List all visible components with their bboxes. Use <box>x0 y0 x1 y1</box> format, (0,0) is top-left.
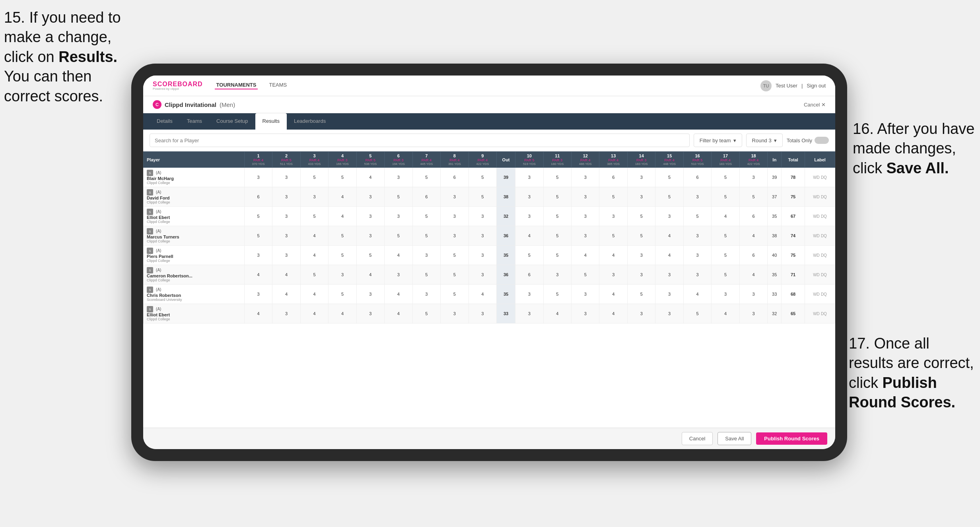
score-h2[interactable]: 3 <box>272 168 300 187</box>
score-h4[interactable]: 4 <box>329 207 356 226</box>
score-h2[interactable]: 3 <box>272 207 300 226</box>
score-h8[interactable]: 5 <box>441 265 469 285</box>
score-h12[interactable]: 3 <box>572 207 599 226</box>
score-h15[interactable]: 3 <box>655 304 683 324</box>
score-h17[interactable]: 5 <box>712 265 739 285</box>
score-h5[interactable]: 3 <box>356 207 384 226</box>
score-h17[interactable]: 5 <box>712 226 739 246</box>
score-h3[interactable]: 5 <box>300 207 328 226</box>
score-h16[interactable]: 3 <box>683 265 711 285</box>
score-h13[interactable]: 6 <box>599 168 627 187</box>
score-h12[interactable]: 3 <box>572 285 599 304</box>
score-h15[interactable]: 5 <box>655 187 683 207</box>
label-wd[interactable]: WD <box>813 292 820 296</box>
score-h16[interactable]: 3 <box>683 187 711 207</box>
score-h7[interactable]: 3 <box>412 246 440 265</box>
score-h1[interactable]: 5 <box>244 207 272 226</box>
score-h11[interactable]: 4 <box>543 304 571 324</box>
score-h5[interactable]: 3 <box>356 187 384 207</box>
score-h2[interactable]: 4 <box>272 285 300 304</box>
score-h1[interactable]: 4 <box>244 304 272 324</box>
tab-details[interactable]: Details <box>150 113 180 130</box>
score-h15[interactable]: 3 <box>655 207 683 226</box>
label-wd[interactable]: WD <box>813 273 820 277</box>
totals-switch[interactable] <box>815 137 829 144</box>
score-h18[interactable]: 6 <box>739 246 767 265</box>
score-h14[interactable]: 5 <box>627 207 655 226</box>
score-h8[interactable]: 3 <box>441 226 469 246</box>
score-h13[interactable]: 3 <box>599 207 627 226</box>
score-h4[interactable]: 5 <box>329 226 356 246</box>
score-h8[interactable]: 5 <box>441 285 469 304</box>
score-h18[interactable]: 3 <box>739 304 767 324</box>
score-h14[interactable]: 5 <box>627 285 655 304</box>
score-h14[interactable]: 3 <box>627 187 655 207</box>
score-h13[interactable]: 4 <box>599 246 627 265</box>
score-h18[interactable]: 6 <box>739 207 767 226</box>
score-h3[interactable]: 5 <box>300 168 328 187</box>
score-h4[interactable]: 5 <box>329 285 356 304</box>
score-h16[interactable]: 5 <box>683 207 711 226</box>
score-h3[interactable]: 3 <box>300 187 328 207</box>
nav-teams[interactable]: TEAMS <box>267 82 288 89</box>
score-h11[interactable]: 5 <box>543 226 571 246</box>
tab-course-setup[interactable]: Course Setup <box>209 113 255 130</box>
score-h9[interactable]: 5 <box>469 168 496 187</box>
score-h8[interactable]: 5 <box>441 246 469 265</box>
score-h5[interactable]: 4 <box>356 265 384 285</box>
tab-results[interactable]: Results <box>255 113 287 130</box>
score-h15[interactable]: 5 <box>655 168 683 187</box>
score-h11[interactable]: 5 <box>543 246 571 265</box>
score-h9[interactable]: 5 <box>469 187 496 207</box>
cancel-button[interactable]: Cancel ✕ <box>804 102 826 108</box>
score-h12[interactable]: 3 <box>572 187 599 207</box>
score-h1[interactable]: 6 <box>244 187 272 207</box>
score-h9[interactable]: 3 <box>469 265 496 285</box>
score-h1[interactable]: 3 <box>244 168 272 187</box>
score-h18[interactable]: 5 <box>739 187 767 207</box>
score-h5[interactable]: 4 <box>356 168 384 187</box>
score-h18[interactable]: 4 <box>739 226 767 246</box>
score-h9[interactable]: 3 <box>469 304 496 324</box>
score-h2[interactable]: 4 <box>272 265 300 285</box>
score-h6[interactable]: 5 <box>385 187 412 207</box>
score-h6[interactable]: 3 <box>385 207 412 226</box>
score-h8[interactable]: 3 <box>441 207 469 226</box>
score-h11[interactable]: 5 <box>543 285 571 304</box>
score-h3[interactable]: 5 <box>300 265 328 285</box>
score-h10[interactable]: 6 <box>515 265 543 285</box>
score-h8[interactable]: 6 <box>441 168 469 187</box>
score-h2[interactable]: 3 <box>272 304 300 324</box>
score-h12[interactable]: 3 <box>572 168 599 187</box>
score-h17[interactable]: 4 <box>712 207 739 226</box>
score-h10[interactable]: 3 <box>515 285 543 304</box>
score-h6[interactable]: 4 <box>385 285 412 304</box>
score-h12[interactable]: 5 <box>572 265 599 285</box>
label-dq[interactable]: DQ <box>821 312 827 316</box>
score-h15[interactable]: 3 <box>655 285 683 304</box>
score-h7[interactable]: 6 <box>412 187 440 207</box>
score-h3[interactable]: 4 <box>300 226 328 246</box>
score-h17[interactable]: 5 <box>712 187 739 207</box>
score-h7[interactable]: 5 <box>412 168 440 187</box>
score-h6[interactable]: 4 <box>385 246 412 265</box>
score-h13[interactable]: 3 <box>599 265 627 285</box>
score-h16[interactable]: 5 <box>683 304 711 324</box>
score-h17[interactable]: 5 <box>712 168 739 187</box>
score-h5[interactable]: 3 <box>356 226 384 246</box>
score-h13[interactable]: 5 <box>599 226 627 246</box>
score-h9[interactable]: 3 <box>469 226 496 246</box>
signout-link[interactable]: Sign out <box>807 83 826 89</box>
score-h7[interactable]: 5 <box>412 207 440 226</box>
score-h16[interactable]: 3 <box>683 226 711 246</box>
score-h11[interactable]: 5 <box>543 168 571 187</box>
score-h3[interactable]: 4 <box>300 285 328 304</box>
score-h3[interactable]: 4 <box>300 304 328 324</box>
score-h7[interactable]: 5 <box>412 304 440 324</box>
score-h1[interactable]: 3 <box>244 246 272 265</box>
score-h4[interactable]: 4 <box>329 304 356 324</box>
score-h10[interactable]: 3 <box>515 207 543 226</box>
score-h6[interactable]: 3 <box>385 168 412 187</box>
label-wd[interactable]: WD <box>813 312 820 316</box>
score-h6[interactable]: 4 <box>385 304 412 324</box>
